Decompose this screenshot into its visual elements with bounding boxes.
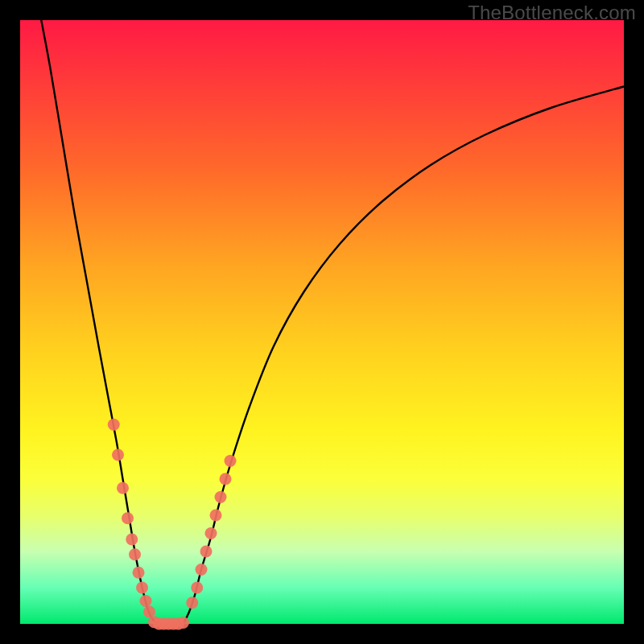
marker-group (108, 419, 237, 630)
data-marker (177, 617, 189, 629)
data-marker (112, 449, 124, 461)
data-marker (108, 419, 120, 431)
data-marker (143, 606, 155, 618)
data-marker (126, 534, 138, 546)
data-marker (215, 491, 227, 503)
data-marker (210, 510, 222, 522)
data-marker (220, 473, 232, 485)
data-marker (133, 567, 145, 579)
data-marker (191, 582, 203, 594)
data-marker (140, 595, 152, 607)
curve-group (41, 20, 624, 625)
data-marker (186, 597, 198, 609)
plot-area (20, 20, 624, 624)
data-marker (196, 564, 208, 576)
data-marker (117, 482, 129, 494)
data-marker (122, 512, 134, 524)
data-marker (200, 546, 213, 558)
data-marker (225, 455, 237, 467)
plot-svg (20, 20, 624, 624)
data-marker (129, 548, 141, 560)
bottleneck-curve (41, 20, 624, 625)
data-marker (205, 527, 217, 539)
chart-frame: TheBottleneck.com (0, 0, 644, 644)
data-marker (136, 582, 148, 594)
watermark-text: TheBottleneck.com (468, 2, 636, 24)
